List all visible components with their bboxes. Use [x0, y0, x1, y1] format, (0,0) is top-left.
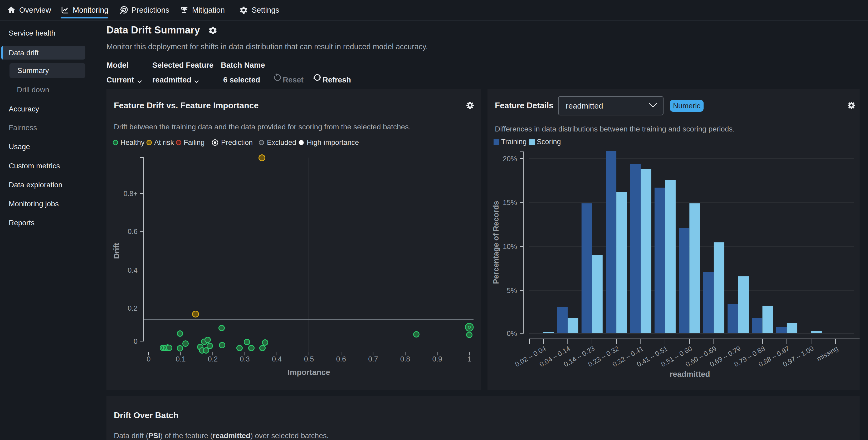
svg-text:0%: 0%: [507, 329, 517, 338]
svg-text:Training: Training: [501, 138, 527, 146]
svg-text:0.9: 0.9: [432, 355, 442, 363]
svg-text:0: 0: [147, 355, 151, 363]
svg-text:High-importance: High-importance: [307, 138, 359, 147]
svg-text:At risk: At risk: [154, 138, 174, 147]
svg-text:1: 1: [467, 355, 471, 363]
svg-text:readmitted: readmitted: [670, 370, 710, 378]
svg-text:20%: 20%: [503, 155, 517, 163]
svg-text:0.8: 0.8: [400, 355, 410, 363]
svg-text:5%: 5%: [507, 287, 517, 294]
svg-text:Drift: Drift: [112, 243, 121, 259]
svg-text:Healthy: Healthy: [120, 138, 145, 147]
svg-text:0.4: 0.4: [128, 266, 137, 274]
svg-text:Feature Drift vs. Feature Impo: Feature Drift vs. Feature Importance: [114, 101, 258, 110]
svg-text:Drift between the training dat: Drift between the training data and the …: [114, 123, 411, 131]
svg-text:0: 0: [133, 338, 137, 345]
svg-text:Numeric: Numeric: [673, 102, 701, 110]
svg-text:0.8+: 0.8+: [124, 190, 137, 198]
svg-text:Importance: Importance: [287, 368, 330, 377]
svg-text:Percentage of Records: Percentage of Records: [492, 201, 500, 284]
svg-text:15%: 15%: [503, 199, 517, 207]
svg-text:0.2: 0.2: [128, 304, 137, 312]
svg-text:0.6: 0.6: [128, 228, 137, 235]
svg-text:readmitted: readmitted: [566, 101, 603, 110]
svg-text:Prediction: Prediction: [221, 138, 253, 147]
svg-text:0.5: 0.5: [304, 355, 314, 363]
svg-text:0.7: 0.7: [368, 355, 378, 363]
svg-text:0.6: 0.6: [336, 355, 346, 363]
svg-text:0.1: 0.1: [176, 355, 186, 363]
svg-text:Differences in data distributi: Differences in data distributions betwee…: [495, 125, 735, 133]
svg-text:0.2: 0.2: [208, 355, 218, 363]
svg-text:0.3: 0.3: [240, 355, 250, 363]
svg-text:Scoring: Scoring: [537, 138, 561, 146]
svg-text:0.4: 0.4: [272, 355, 282, 363]
svg-text:Failing: Failing: [184, 138, 205, 147]
svg-text:Feature Details: Feature Details: [495, 101, 553, 110]
svg-text:10%: 10%: [503, 243, 517, 251]
svg-text:missing: missing: [815, 344, 839, 363]
svg-text:Excluded: Excluded: [267, 138, 296, 147]
